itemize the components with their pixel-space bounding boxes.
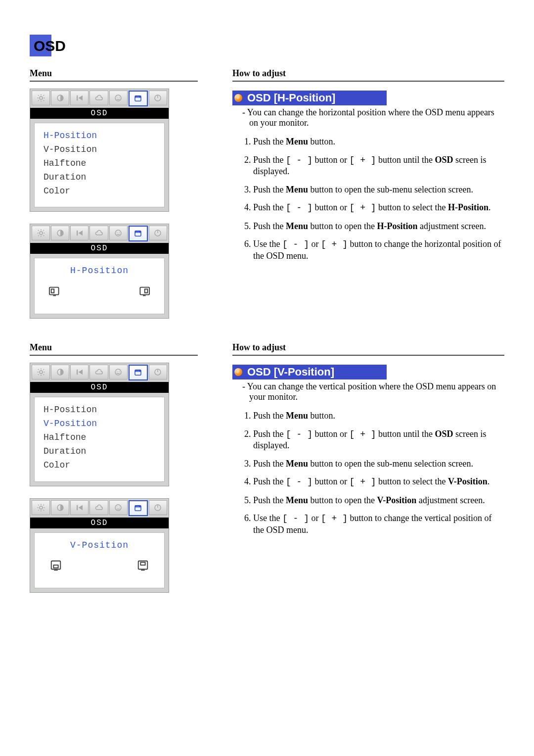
step-3: Push the Menu button to open the sub-men… xyxy=(253,458,504,470)
step-6: Use the [ - ] or [ + ] button to change … xyxy=(253,238,504,261)
osd-tab-6[interactable] xyxy=(149,500,167,515)
osd-item-2[interactable]: Halftone xyxy=(44,431,155,445)
osd-header: OSD xyxy=(30,108,169,119)
osd-item-1[interactable]: V-Position xyxy=(44,417,155,431)
osd-adjust-body: V-Position xyxy=(34,532,165,589)
osd-item-3[interactable]: Duration xyxy=(44,445,155,459)
osd-tab-4[interactable] xyxy=(109,500,128,515)
steps-list: Push the Menu button.Push the [ - ] butt… xyxy=(253,136,504,261)
menu-illustrations: OSDH-PositionV-PositionHalftoneDurationC… xyxy=(30,89,198,331)
osd-item-0[interactable]: H-Position xyxy=(44,403,155,417)
osd-list-panel: OSDH-PositionV-PositionHalftoneDurationC… xyxy=(30,89,169,212)
step-5: Push the Menu button to open the V-Posit… xyxy=(253,495,504,506)
osd-header: OSD xyxy=(30,382,169,393)
adjust-right-icon[interactable] xyxy=(135,560,150,577)
osd-header: OSD xyxy=(30,518,169,528)
section-heading-text: OSD [V-Position] xyxy=(247,366,334,378)
adjust-left-icon[interactable] xyxy=(48,285,63,303)
osd-tab-0[interactable] xyxy=(32,226,50,240)
osd-tab-1[interactable] xyxy=(51,365,69,379)
page-title-wrap: OSD xyxy=(30,35,504,59)
osd-tab-4[interactable] xyxy=(109,91,128,105)
adjust-right-icon[interactable] xyxy=(135,285,150,303)
osd-tab-5[interactable] xyxy=(129,91,148,106)
osd-adjust-panel: OSDH-Position xyxy=(30,224,169,319)
step-1: Push the Menu button. xyxy=(253,410,504,422)
section-heading: OSD [H-Position] xyxy=(232,91,387,105)
osd-list-panel: OSDH-PositionV-PositionHalftoneDurationC… xyxy=(30,363,169,486)
step-1: Push the Menu button. xyxy=(253,136,504,147)
steps-list: Push the Menu button.Push the [ - ] butt… xyxy=(253,410,504,535)
osd-item-4[interactable]: Color xyxy=(44,459,155,472)
osd-item-1[interactable]: V-Position xyxy=(44,143,155,157)
adjust-left-icon[interactable] xyxy=(48,560,63,577)
osd-header: OSD xyxy=(30,243,169,254)
osd-adjust-panel: OSDV-Position xyxy=(30,498,169,593)
step-4: Push the [ - ] button or [ + ] button to… xyxy=(253,202,504,214)
section-heading: OSD [V-Position] xyxy=(232,365,387,379)
col-howto-header: How to adjust xyxy=(232,68,504,82)
osd-list: H-PositionV-PositionHalftoneDurationColo… xyxy=(34,397,165,481)
osd-tab-1[interactable] xyxy=(51,91,69,105)
osd-tab-4[interactable] xyxy=(109,365,128,379)
osd-tab-2[interactable] xyxy=(70,365,89,379)
step-6: Use the [ - ] or [ + ] button to change … xyxy=(253,513,504,535)
osd-tab-5[interactable] xyxy=(129,226,148,241)
osd-tab-bar xyxy=(30,89,169,108)
osd-tab-5[interactable] xyxy=(129,500,148,516)
step-4: Push the [ - ] button or [ + ] button to… xyxy=(253,476,504,488)
osd-adjust-title: V-Position xyxy=(44,539,155,553)
osd-tab-0[interactable] xyxy=(32,500,50,515)
step-2: Push the [ - ] button or [ + ] button un… xyxy=(253,428,504,451)
osd-item-3[interactable]: Duration xyxy=(44,171,155,185)
osd-item-4[interactable]: Color xyxy=(44,185,155,198)
osd-adjust-body: H-Position xyxy=(34,258,165,314)
bullet-icon xyxy=(234,94,242,102)
section-desc: - You can change the horizontal position… xyxy=(249,107,504,128)
osd-tab-6[interactable] xyxy=(149,226,167,240)
page-title: OSD xyxy=(34,38,66,54)
section-desc: - You can change the vertical position w… xyxy=(249,381,504,402)
howto-content: OSD [H-Position]- You can change the hor… xyxy=(232,89,504,331)
col-menu-header: Menu xyxy=(30,342,198,356)
osd-tab-3[interactable] xyxy=(89,365,108,379)
osd-tab-2[interactable] xyxy=(70,500,89,515)
osd-item-0[interactable]: H-Position xyxy=(44,129,155,143)
osd-tab-0[interactable] xyxy=(32,91,50,105)
step-2: Push the [ - ] button or [ + ] button un… xyxy=(253,154,504,177)
osd-tab-2[interactable] xyxy=(70,91,89,105)
osd-tab-1[interactable] xyxy=(51,500,69,515)
osd-tab-2[interactable] xyxy=(70,226,89,240)
bullet-icon xyxy=(234,368,242,376)
osd-tab-1[interactable] xyxy=(51,226,69,240)
step-3: Push the Menu button to open the sub-men… xyxy=(253,184,504,195)
osd-tab-6[interactable] xyxy=(149,365,167,379)
osd-tab-6[interactable] xyxy=(149,91,167,105)
osd-tab-bar xyxy=(30,224,169,243)
osd-tab-4[interactable] xyxy=(109,226,128,240)
osd-tab-bar xyxy=(30,363,169,382)
menu-illustrations: OSDH-PositionV-PositionHalftoneDurationC… xyxy=(30,363,198,605)
osd-tab-3[interactable] xyxy=(89,91,108,105)
osd-adjust-title: H-Position xyxy=(44,264,155,278)
osd-list: H-PositionV-PositionHalftoneDurationColo… xyxy=(34,123,165,207)
step-5: Push the Menu button to open the H-Posit… xyxy=(253,221,504,232)
osd-tab-0[interactable] xyxy=(32,365,50,379)
section-heading-text: OSD [H-Position] xyxy=(247,92,335,104)
osd-tab-bar xyxy=(30,499,169,518)
col-howto-header: How to adjust xyxy=(232,342,504,356)
col-menu-header: Menu xyxy=(30,68,198,82)
osd-tab-3[interactable] xyxy=(89,500,108,515)
osd-tab-3[interactable] xyxy=(89,226,108,240)
osd-item-2[interactable]: Halftone xyxy=(44,157,155,171)
howto-content: OSD [V-Position]- You can change the ver… xyxy=(232,363,504,605)
osd-tab-5[interactable] xyxy=(129,365,148,380)
